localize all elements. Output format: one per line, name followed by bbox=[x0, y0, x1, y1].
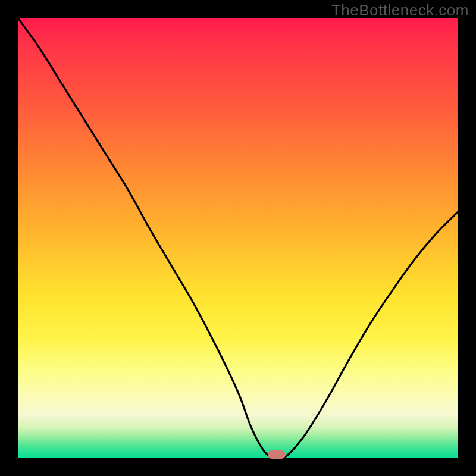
watermark-text: TheBottleneck.com bbox=[331, 1, 469, 20]
plot-area bbox=[18, 18, 458, 458]
bottleneck-curve bbox=[18, 18, 458, 458]
chart-frame: TheBottleneck.com bbox=[0, 0, 476, 476]
valley-marker bbox=[268, 450, 286, 459]
